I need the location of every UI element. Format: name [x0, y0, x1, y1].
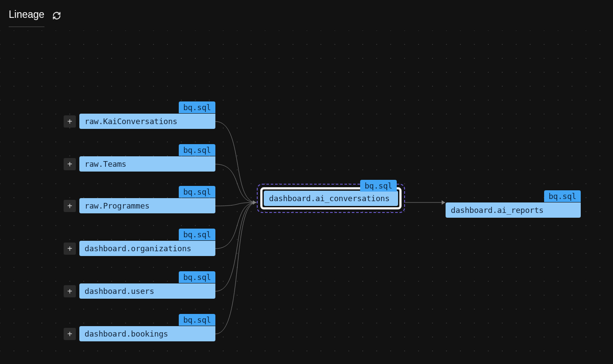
- node-tag: bq.sql: [179, 186, 215, 198]
- refresh-icon[interactable]: [52, 11, 61, 20]
- expand-button[interactable]: +: [64, 328, 76, 340]
- node-label: raw.Programmes: [85, 201, 150, 210]
- expand-button[interactable]: +: [64, 285, 76, 297]
- lineage-canvas[interactable]: + raw.KaiConversations bq.sql + raw.Team…: [0, 30, 613, 364]
- node-label: dashboard.ai_conversations: [269, 194, 390, 203]
- expand-button[interactable]: +: [64, 115, 76, 128]
- node-dashboard-organizations[interactable]: dashboard.organizations bq.sql: [79, 241, 215, 256]
- selected-node-inner: dashboard.ai_conversations bq.sql: [260, 187, 402, 209]
- node-label: raw.KaiConversations: [85, 117, 177, 126]
- node-label: dashboard.users: [85, 286, 154, 296]
- selected-node-wrap: dashboard.ai_conversations bq.sql: [257, 184, 405, 213]
- node-tag: bq.sql: [179, 144, 215, 156]
- node-tag: bq.sql: [360, 180, 397, 192]
- node-label: dashboard.organizations: [85, 244, 191, 253]
- node-dashboard-bookings[interactable]: dashboard.bookings bq.sql: [79, 326, 215, 341]
- node-tag: bq.sql: [179, 314, 215, 326]
- node-raw-kaiconversations[interactable]: raw.KaiConversations bq.sql: [79, 114, 215, 129]
- node-dashboard-ai-reports[interactable]: dashboard.ai_reports bq.sql: [446, 202, 581, 218]
- node-tag: bq.sql: [179, 229, 215, 240]
- expand-button[interactable]: +: [64, 200, 76, 212]
- expand-button[interactable]: +: [64, 243, 76, 255]
- node-dashboard-users[interactable]: dashboard.users bq.sql: [79, 283, 215, 299]
- node-raw-programmes[interactable]: raw.Programmes bq.sql: [79, 198, 215, 213]
- svg-marker-1: [442, 200, 445, 205]
- node-label: dashboard.bookings: [85, 329, 168, 338]
- node-tag: bq.sql: [544, 190, 581, 202]
- svg-marker-0: [253, 200, 256, 205]
- expand-button[interactable]: +: [64, 158, 76, 170]
- node-label: dashboard.ai_reports: [451, 206, 544, 215]
- node-tag: bq.sql: [179, 101, 215, 113]
- header: Lineage: [9, 9, 61, 27]
- node-dashboard-ai-conversations[interactable]: dashboard.ai_conversations bq.sql: [264, 191, 398, 206]
- tab-lineage[interactable]: Lineage: [9, 9, 44, 27]
- node-label: raw.Teams: [85, 159, 126, 169]
- node-tag: bq.sql: [179, 271, 215, 283]
- node-raw-teams[interactable]: raw.Teams bq.sql: [79, 156, 215, 172]
